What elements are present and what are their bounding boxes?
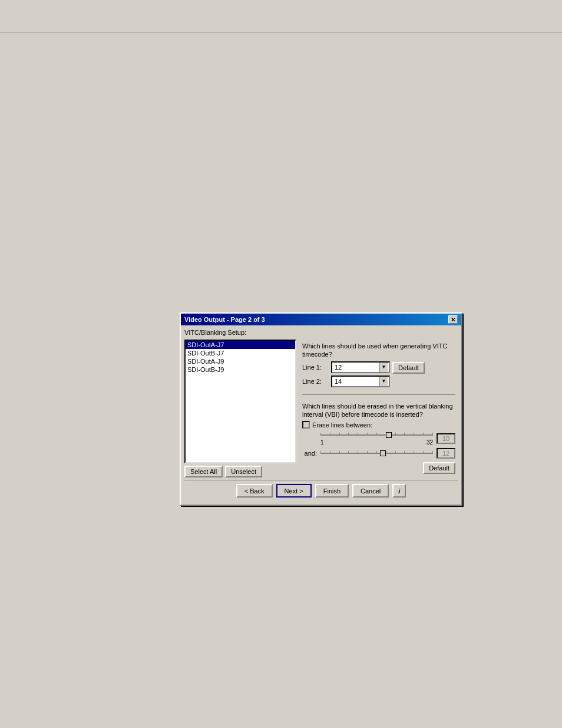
cancel-button[interactable]: Cancel xyxy=(352,484,389,498)
list-item-2[interactable]: SDI-OutA-J9 xyxy=(186,357,295,365)
slider1-thumb[interactable] xyxy=(386,432,392,438)
slider1-labels: 1 32 xyxy=(319,439,434,446)
erase-lines-checkbox[interactable] xyxy=(302,421,310,429)
h-divider xyxy=(302,394,455,395)
unselect-button[interactable]: Unselect xyxy=(225,466,262,477)
slider2-track[interactable] xyxy=(319,449,434,457)
lines-combos: Line 1: 12 ▼ Line 2: 14 ▼ xyxy=(302,361,390,387)
top-rule xyxy=(0,32,562,32)
content-row: SDI-OutA-J7 SDI-OutB-J7 SDI-OutA-J9 SDI-… xyxy=(184,340,458,477)
line1-label: Line 1: xyxy=(302,364,329,371)
line1-arrow[interactable]: ▼ xyxy=(379,363,388,372)
select-all-button[interactable]: Select All xyxy=(184,466,223,477)
line1-combo[interactable]: 12 ▼ xyxy=(331,361,390,373)
slider1-value: 10 xyxy=(437,433,455,444)
close-button[interactable]: ✕ xyxy=(448,315,458,324)
next-button[interactable]: Next > xyxy=(276,484,312,498)
line2-value: 14 xyxy=(333,378,379,385)
slider1-row: 1 32 10 xyxy=(302,431,455,446)
vitc-section: Which lines should be used when generati… xyxy=(302,342,455,387)
vbi-section: Which lines should be erased in the vert… xyxy=(302,402,455,475)
slider2-container xyxy=(319,449,434,457)
slider1-ticks xyxy=(320,433,433,436)
slider1-max: 32 xyxy=(427,439,433,446)
slider1-min: 1 xyxy=(320,439,324,446)
list-item-1[interactable]: SDI-OutB-J7 xyxy=(186,349,295,357)
slider2-value: 12 xyxy=(437,448,455,459)
dialog-title: Video Output - Page 2 of 3 xyxy=(184,316,448,323)
vbi-default-row: Default xyxy=(302,462,455,474)
back-button[interactable]: < Back xyxy=(236,484,273,498)
vitc-default-button[interactable]: Default xyxy=(392,362,425,374)
info-button[interactable]: i xyxy=(392,484,406,498)
slider2-ticks xyxy=(320,451,433,454)
dialog-body: VITC/Blanking Setup: SDI-OutA-J7 SDI-Out… xyxy=(181,325,461,505)
slider1-track[interactable] xyxy=(319,431,434,439)
section-label: VITC/Blanking Setup: xyxy=(184,329,458,336)
output-list[interactable]: SDI-OutA-J7 SDI-OutB-J7 SDI-OutA-J9 SDI-… xyxy=(184,340,296,463)
vbi-default-button[interactable]: Default xyxy=(423,462,455,474)
left-panel: SDI-OutA-J7 SDI-OutB-J7 SDI-OutA-J9 SDI-… xyxy=(184,340,296,477)
line2-arrow[interactable]: ▼ xyxy=(379,377,388,386)
finish-button[interactable]: Finish xyxy=(315,484,349,498)
dialog-window: Video Output - Page 2 of 3 ✕ VITC/Blanki… xyxy=(180,312,462,506)
erase-lines-row: Erase lines between: xyxy=(302,421,455,429)
line2-combo[interactable]: 14 ▼ xyxy=(331,375,390,387)
list-item-3[interactable]: SDI-OutB-J9 xyxy=(186,365,295,374)
line2-row: Line 2: 14 ▼ xyxy=(302,375,390,387)
slider1-container: 1 32 xyxy=(319,431,434,446)
right-panel: Which lines should be used when generati… xyxy=(300,340,458,476)
slider2-and-label: and: xyxy=(302,450,317,457)
list-buttons: Select All Unselect xyxy=(184,466,296,477)
vbi-title: Which lines should be erased in the vert… xyxy=(302,402,455,419)
lines-default-row: Line 1: 12 ▼ Line 2: 14 ▼ xyxy=(302,361,455,387)
list-item-0[interactable]: SDI-OutA-J7 xyxy=(186,341,295,349)
slider2-thumb[interactable] xyxy=(380,450,386,456)
vitc-title: Which lines should be used when generati… xyxy=(302,342,455,359)
line2-label: Line 2: xyxy=(302,378,329,385)
line1-row: Line 1: 12 ▼ xyxy=(302,361,390,373)
erase-lines-label: Erase lines between: xyxy=(312,421,372,429)
title-bar: Video Output - Page 2 of 3 ✕ xyxy=(181,314,461,325)
line1-value: 12 xyxy=(333,364,379,371)
slider2-row: and: xyxy=(302,448,455,459)
button-bar: < Back Next > Finish Cancel i xyxy=(184,480,458,501)
